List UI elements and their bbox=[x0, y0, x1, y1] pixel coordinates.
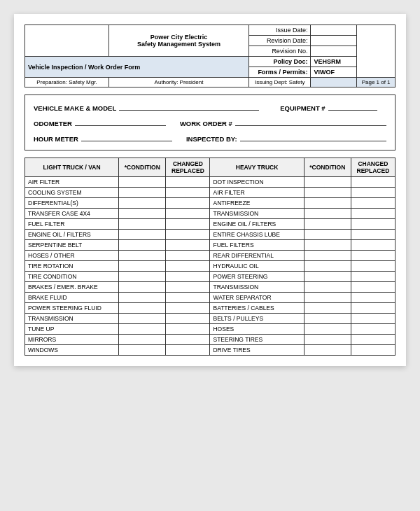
light-cond-7[interactable] bbox=[119, 251, 166, 261]
heavy-cond-9[interactable] bbox=[304, 272, 351, 282]
th-light-truck: LIGHT TRUCK / VAN bbox=[25, 158, 119, 177]
heavy-item-14: HOSES bbox=[210, 324, 304, 335]
issue-date-value bbox=[311, 25, 357, 36]
light-changed-4[interactable] bbox=[166, 219, 210, 230]
revision-date-label: Revision Date: bbox=[249, 36, 311, 46]
heavy-item-2: ANTIFREEZE bbox=[210, 198, 304, 209]
light-changed-6[interactable] bbox=[166, 240, 210, 251]
light-changed-3[interactable] bbox=[166, 209, 210, 219]
heavy-item-6: FUEL FILTERS bbox=[210, 240, 304, 251]
light-cond-2[interactable] bbox=[119, 198, 166, 209]
heavy-item-0: DOT INSPECTION bbox=[210, 177, 304, 188]
heavy-changed-11[interactable] bbox=[351, 293, 395, 303]
light-changed-7[interactable] bbox=[166, 251, 210, 261]
heavy-changed-1[interactable] bbox=[351, 188, 395, 198]
light-changed-8[interactable] bbox=[166, 261, 210, 272]
heavy-cond-12[interactable] bbox=[304, 303, 351, 314]
heavy-changed-13[interactable] bbox=[351, 314, 395, 324]
heavy-changed-14[interactable] bbox=[351, 324, 395, 335]
light-changed-13[interactable] bbox=[166, 314, 210, 324]
equipment-label: EQUIPMENT # bbox=[280, 104, 325, 112]
hour-meter-row: HOUR METER INSPECTED BY: bbox=[34, 133, 386, 143]
heavy-changed-15[interactable] bbox=[351, 335, 395, 345]
light-changed-2[interactable] bbox=[166, 198, 210, 209]
heavy-changed-4[interactable] bbox=[351, 219, 395, 230]
light-cond-14[interactable] bbox=[119, 324, 166, 335]
light-changed-9[interactable] bbox=[166, 272, 210, 282]
heavy-cond-13[interactable] bbox=[304, 314, 351, 324]
make-model-field[interactable] bbox=[119, 102, 259, 111]
heavy-cond-11[interactable] bbox=[304, 293, 351, 303]
heavy-cond-15[interactable] bbox=[304, 335, 351, 345]
heavy-cond-14[interactable] bbox=[304, 324, 351, 335]
light-changed-0[interactable] bbox=[166, 177, 210, 188]
light-cond-4[interactable] bbox=[119, 219, 166, 230]
heavy-cond-0[interactable] bbox=[304, 177, 351, 188]
heavy-item-4: ENGINE OIL / FILTERS bbox=[210, 219, 304, 230]
heavy-cond-1[interactable] bbox=[304, 188, 351, 198]
odometer-label: ODOMETER bbox=[34, 120, 72, 127]
heavy-changed-2[interactable] bbox=[351, 198, 395, 209]
light-item-6: SERPENTINE BELT bbox=[25, 240, 119, 251]
equipment-field[interactable] bbox=[328, 102, 377, 111]
th-changed2: CHANGED REPLACED bbox=[351, 158, 395, 177]
heavy-changed-5[interactable] bbox=[351, 230, 395, 240]
heavy-cond-3[interactable] bbox=[304, 209, 351, 219]
heavy-changed-10[interactable] bbox=[351, 282, 395, 293]
heavy-item-10: TRANSMISSION bbox=[210, 282, 304, 293]
heavy-cond-7[interactable] bbox=[304, 251, 351, 261]
policy-doc-value: VEHSRM bbox=[311, 57, 357, 67]
table-row: AIR FILTER DOT INSPECTION bbox=[25, 177, 396, 188]
heavy-cond-6[interactable] bbox=[304, 240, 351, 251]
light-cond-5[interactable] bbox=[119, 230, 166, 240]
heavy-changed-7[interactable] bbox=[351, 251, 395, 261]
light-cond-10[interactable] bbox=[119, 282, 166, 293]
table-row: TRANSMISSION BELTS / PULLEYS bbox=[25, 314, 396, 324]
heavy-cond-16[interactable] bbox=[304, 345, 351, 356]
heavy-changed-0[interactable] bbox=[351, 177, 395, 188]
heavy-cond-4[interactable] bbox=[304, 219, 351, 230]
light-cond-11[interactable] bbox=[119, 293, 166, 303]
light-changed-10[interactable] bbox=[166, 282, 210, 293]
light-changed-12[interactable] bbox=[166, 303, 210, 314]
light-cond-0[interactable] bbox=[119, 177, 166, 188]
light-changed-14[interactable] bbox=[166, 324, 210, 335]
odometer-field[interactable] bbox=[75, 118, 166, 126]
th-changed1: CHANGED REPLACED bbox=[166, 158, 210, 177]
issuing-label: Issuing Dept: Safety bbox=[249, 78, 311, 88]
heavy-changed-8[interactable] bbox=[351, 261, 395, 272]
heavy-changed-12[interactable] bbox=[351, 303, 395, 314]
heavy-changed-16[interactable] bbox=[351, 345, 395, 356]
light-changed-16[interactable] bbox=[166, 345, 210, 356]
light-item-7: HOSES / OTHER bbox=[25, 251, 119, 261]
light-changed-11[interactable] bbox=[166, 293, 210, 303]
heavy-changed-3[interactable] bbox=[351, 209, 395, 219]
light-cond-9[interactable] bbox=[119, 272, 166, 282]
light-changed-5[interactable] bbox=[166, 230, 210, 240]
light-cond-6[interactable] bbox=[119, 240, 166, 251]
heavy-item-13: BELTS / PULLEYS bbox=[210, 314, 304, 324]
light-item-10: BRAKES / EMER. BRAKE bbox=[25, 282, 119, 293]
light-cond-16[interactable] bbox=[119, 345, 166, 356]
inspected-by-field[interactable] bbox=[240, 133, 386, 141]
page-value: Page 1 of 1 bbox=[357, 78, 396, 88]
revision-date-value bbox=[311, 36, 357, 46]
light-changed-1[interactable] bbox=[166, 188, 210, 198]
heavy-cond-10[interactable] bbox=[304, 282, 351, 293]
hour-meter-field[interactable] bbox=[81, 133, 172, 141]
heavy-changed-9[interactable] bbox=[351, 272, 395, 282]
light-cond-1[interactable] bbox=[119, 188, 166, 198]
work-order-field[interactable] bbox=[235, 118, 386, 126]
table-row: BRAKE FLUID WATER SEPARATOR bbox=[25, 293, 396, 303]
light-cond-13[interactable] bbox=[119, 314, 166, 324]
light-cond-15[interactable] bbox=[119, 335, 166, 345]
light-changed-15[interactable] bbox=[166, 335, 210, 345]
light-item-11: BRAKE FLUID bbox=[25, 293, 119, 303]
heavy-changed-6[interactable] bbox=[351, 240, 395, 251]
light-cond-8[interactable] bbox=[119, 261, 166, 272]
heavy-cond-8[interactable] bbox=[304, 261, 351, 272]
light-cond-3[interactable] bbox=[119, 209, 166, 219]
heavy-cond-5[interactable] bbox=[304, 230, 351, 240]
light-cond-12[interactable] bbox=[119, 303, 166, 314]
heavy-cond-2[interactable] bbox=[304, 198, 351, 209]
